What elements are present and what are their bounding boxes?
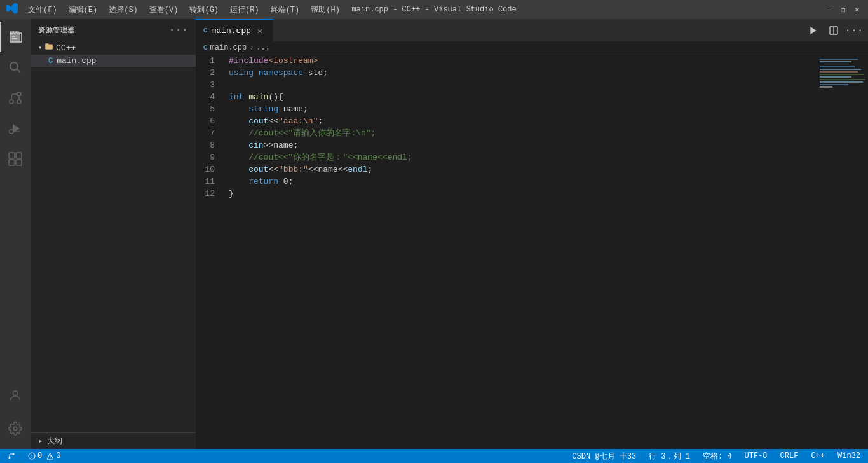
line-number-9: 9 <box>198 151 220 163</box>
warning-count: 0 <box>56 452 60 460</box>
code-editor[interactable]: #include<iostream>using namespace std; i… <box>226 55 817 449</box>
line-number-11: 11 <box>198 176 220 188</box>
line-numbers: 123456789101112 <box>196 55 226 449</box>
code-line-2: using namespace std; <box>229 67 817 79</box>
svg-rect-10 <box>9 160 15 165</box>
platform[interactable]: Win32 <box>835 449 863 463</box>
run-button[interactable] <box>804 23 822 38</box>
menu-item-r[interactable]: 运行(R) <box>225 3 264 17</box>
csdn-label: CSDN @七月 十33 <box>569 449 639 463</box>
sidebar: 资源管理器 ··· ▾ CC++ C main.cpp ▸ 大纲 <box>31 19 196 449</box>
settings-activity-icon[interactable] <box>0 413 31 444</box>
maximize-button[interactable]: ❐ <box>839 5 848 14</box>
window-controls: — ❐ ✕ <box>825 5 862 14</box>
tabs-bar: C main.cpp ✕ ··· <box>196 19 868 41</box>
tab-cpp-icon: C <box>203 27 208 34</box>
title-bar: 文件(F)编辑(E)选择(S)查看(V)转到(G)运行(R)终端(T)帮助(H)… <box>0 0 868 19</box>
minimap <box>817 55 868 449</box>
source-control-activity-icon[interactable] <box>0 83 31 113</box>
line-number-2: 2 <box>198 67 220 79</box>
svg-marker-13 <box>810 27 816 34</box>
line-number-8: 8 <box>198 139 220 151</box>
code-line-3 <box>229 79 817 91</box>
svg-rect-8 <box>9 153 15 158</box>
cursor-position[interactable]: 行 3，列 1 <box>646 449 693 463</box>
git-branch-status[interactable] <box>5 449 18 463</box>
code-line-1: #include<iostream> <box>229 55 817 67</box>
editor-area: C main.cpp ✕ ··· C main.c <box>196 19 868 449</box>
close-button[interactable]: ✕ <box>853 5 862 14</box>
menu-item-e[interactable]: 编辑(E) <box>64 3 103 17</box>
menu-bar: 文件(F)编辑(E)选择(S)查看(V)转到(G)运行(R)终端(T)帮助(H) <box>23 3 345 17</box>
code-line-6: cout<<"aaa:\n"; <box>229 115 817 127</box>
tab-close-button[interactable]: ✕ <box>255 25 265 36</box>
extensions-activity-icon[interactable] <box>0 144 31 174</box>
file-tree: ▾ CC++ C main.cpp <box>31 41 196 432</box>
encoding[interactable]: UTF-8 <box>742 449 770 463</box>
sidebar-header: 资源管理器 ··· <box>31 19 196 41</box>
files-activity-icon[interactable] <box>0 22 31 52</box>
folder-ccpp[interactable]: ▾ CC++ <box>31 41 196 55</box>
main-layout: 资源管理器 ··· ▾ CC++ C main.cpp ▸ 大纲 C <box>0 19 868 449</box>
svg-point-1 <box>10 62 18 70</box>
breadcrumb-sep: › <box>249 43 254 52</box>
svg-rect-11 <box>16 160 22 165</box>
menu-item-v[interactable]: 查看(V) <box>144 3 184 17</box>
search-activity-icon[interactable] <box>0 52 31 83</box>
minimize-button[interactable]: — <box>825 5 834 14</box>
tab-label: main.cpp <box>212 26 251 36</box>
code-line-8: cin>>name; <box>229 139 817 151</box>
indentation[interactable]: 空格: 4 <box>700 449 735 463</box>
tab-main-cpp[interactable]: C main.cpp ✕ <box>196 19 273 41</box>
menu-item-s[interactable]: 选择(S) <box>104 3 143 17</box>
window-title: main.cpp - CC++ - Visual Studio Code <box>351 5 516 14</box>
folder-arrow: ▾ <box>38 44 42 52</box>
breadcrumb: C main.cpp › ... <box>196 41 868 55</box>
line-number-4: 4 <box>198 91 220 103</box>
svg-line-2 <box>17 69 21 73</box>
more-actions-button[interactable]: ··· <box>845 23 863 38</box>
svg-point-5 <box>17 100 21 104</box>
language-mode[interactable]: C++ <box>808 449 827 463</box>
run-activity-icon[interactable] <box>0 113 31 144</box>
split-editor-button[interactable] <box>825 23 843 38</box>
menu-item-g[interactable]: 转到(G) <box>184 3 224 17</box>
breadcrumb-icon: C <box>203 44 208 52</box>
activity-bar-bottom <box>0 380 31 449</box>
line-number-5: 5 <box>198 103 220 115</box>
file-main-cpp[interactable]: C main.cpp <box>31 55 196 67</box>
folder-name: CC++ <box>56 43 76 53</box>
title-bar-left: 文件(F)编辑(E)选择(S)查看(V)转到(G)运行(R)终端(T)帮助(H) <box>6 3 345 17</box>
svg-point-3 <box>10 100 13 104</box>
outline-section[interactable]: ▸ 大纲 <box>31 432 196 449</box>
line-number-6: 6 <box>198 115 220 127</box>
svg-rect-9 <box>16 153 22 158</box>
code-line-5: string name; <box>229 103 817 115</box>
line-number-10: 10 <box>198 163 220 176</box>
breadcrumb-symbol: ... <box>256 43 270 52</box>
menu-item-f[interactable]: 文件(F) <box>23 3 62 17</box>
account-activity-icon[interactable] <box>0 380 31 411</box>
menu-item-t[interactable]: 终端(T) <box>266 3 305 17</box>
file-name: main.cpp <box>57 56 96 66</box>
menu-item-h[interactable]: 帮助(H) <box>306 3 345 17</box>
line-number-7: 7 <box>198 127 220 139</box>
breadcrumb-file: main.cpp <box>210 43 247 52</box>
sidebar-more-button[interactable]: ··· <box>169 24 188 36</box>
code-line-7: //cout<<"请输入你的名字:\n"; <box>229 127 817 139</box>
line-number-1: 1 <box>198 55 220 67</box>
line-ending[interactable]: CRLF <box>778 449 801 463</box>
code-line-11: return 0; <box>229 176 817 188</box>
line-number-12: 12 <box>198 188 220 200</box>
code-line-12: } <box>229 188 817 200</box>
activity-bar <box>0 19 31 449</box>
errors-warnings[interactable]: 0 0 <box>25 449 63 463</box>
code-line-9: //cout<<"你的名字是："<<name<<endl; <box>229 151 817 163</box>
svg-point-22 <box>50 457 51 458</box>
svg-point-4 <box>17 92 21 96</box>
svg-point-16 <box>9 457 11 459</box>
cpp-file-icon: C <box>48 57 53 66</box>
status-bar: 0 0 CSDN @七月 十33 行 3，列 1 空格: 4 UTF-8 CRL… <box>0 449 868 463</box>
status-right: CSDN @七月 十33 行 3，列 1 空格: 4 UTF-8 CRLF C+… <box>569 449 863 463</box>
editor-content[interactable]: 123456789101112 #include<iostream>using … <box>196 55 868 449</box>
